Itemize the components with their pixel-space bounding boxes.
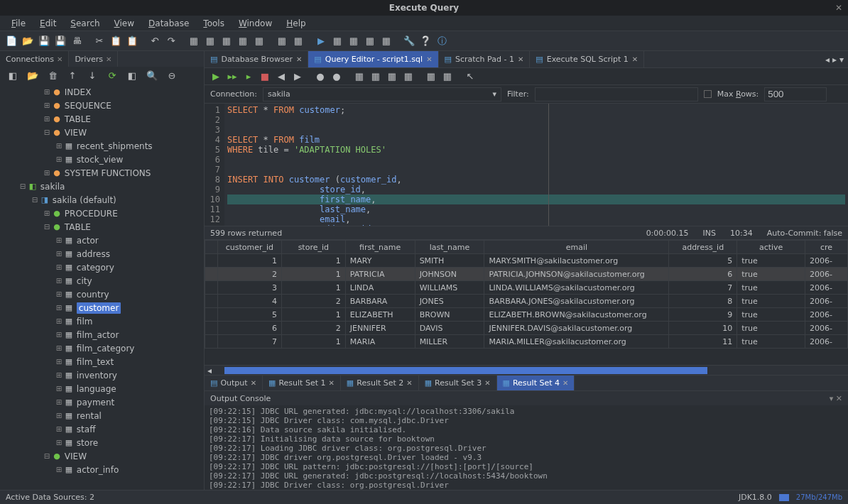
column-header[interactable]: store_id — [281, 241, 345, 254]
expand-icon[interactable]: ⊞ — [54, 142, 64, 150]
options-icon[interactable]: ▦ — [401, 70, 415, 84]
result-tab[interactable]: ▤Output✕ — [205, 376, 263, 390]
column-header[interactable]: first_name — [345, 241, 415, 254]
close-icon[interactable]: ✕ — [518, 55, 523, 63]
save-icon[interactable]: 💾 — [37, 34, 51, 48]
console-output[interactable]: [09:22:15] JDBC URL generated: jdbc:mysq… — [205, 405, 848, 490]
menu-window[interactable]: Window — [232, 17, 279, 30]
menu-edit[interactable]: Edit — [33, 17, 63, 30]
print-icon[interactable]: 🖶 — [70, 34, 84, 48]
expand-icon[interactable]: ⊞ — [54, 250, 64, 258]
next-tab-icon[interactable]: ▸ — [832, 55, 837, 65]
info-icon[interactable]: ⓘ — [435, 34, 449, 48]
tree-node[interactable]: ⊞▦ customer — [0, 301, 204, 314]
close-icon[interactable]: ✕ — [57, 55, 62, 63]
table-row[interactable]: 21PATRICIAJOHNSONPATRICIA.JOHNSON@sakila… — [205, 268, 848, 281]
stop-icon[interactable]: ■ — [258, 70, 272, 84]
result-grid[interactable]: customer_idstore_idfirst_namelast_nameem… — [205, 240, 848, 365]
result-tab[interactable]: ▦Result Set 1✕ — [263, 376, 341, 390]
expand-icon[interactable]: ⊞ — [54, 466, 64, 473]
close-icon[interactable]: ✕ — [406, 379, 412, 387]
tree-node[interactable]: ⊟◨ sakila (default) — [0, 193, 204, 207]
new-connection-icon[interactable]: ◧ — [6, 68, 20, 82]
editor-tab[interactable]: ▤Scratch Pad - 1✕ — [439, 51, 531, 67]
run-icon[interactable]: ▶ — [209, 70, 223, 84]
tree-node[interactable]: ⊟● VIEW — [0, 126, 204, 139]
maxrows-input[interactable] — [764, 87, 827, 102]
connect-icon[interactable]: ◧ — [125, 68, 139, 82]
menu-database[interactable]: Database — [141, 17, 196, 30]
toggle-icon[interactable]: ▦ — [440, 70, 455, 84]
menu-tools[interactable]: Tools — [196, 17, 232, 30]
editor-tab[interactable]: ▤Database Browser✕ — [205, 51, 308, 67]
table-row[interactable]: 31LINDAWILLIAMSLINDA.WILLIAMS@sakilacust… — [205, 281, 848, 295]
up-icon[interactable]: ↑ — [65, 68, 80, 82]
expand-icon[interactable]: ⊞ — [42, 169, 52, 177]
open-icon[interactable]: 📂 — [21, 34, 35, 48]
close-icon[interactable]: ✕ — [836, 394, 842, 403]
tree-node[interactable]: ⊞▦ address — [0, 247, 204, 261]
refresh-icon[interactable]: ⟳ — [105, 68, 119, 82]
tree-node[interactable]: ⊞▦ inventory — [0, 368, 204, 382]
expand-icon[interactable]: ⊟ — [30, 196, 40, 204]
editor-icon[interactable]: ▦ — [187, 34, 201, 48]
tree-node[interactable]: ⊞▦ category — [0, 261, 204, 274]
run-sel-icon[interactable]: ▸ — [241, 70, 256, 84]
expand-icon[interactable]: ⊞ — [54, 425, 64, 433]
maxrows-checkbox[interactable] — [704, 90, 712, 98]
scratch-icon[interactable]: ▦ — [252, 34, 266, 48]
expand-icon[interactable]: ⊞ — [54, 277, 64, 285]
table-row[interactable]: 62JENNIFERDAVISJENNIFER.DAVIS@sakilacust… — [205, 322, 848, 335]
tree-node[interactable]: ⊞● SYSTEM FUNCTIONS — [0, 166, 204, 180]
expand-icon[interactable]: ⊟ — [42, 452, 52, 460]
export-icon[interactable]: ▦ — [347, 34, 361, 48]
search-icon[interactable]: 🔍 — [145, 68, 159, 82]
shortcut-icon[interactable]: ▦ — [385, 70, 399, 84]
disconnect-icon[interactable]: ▦ — [379, 34, 393, 48]
run-block-icon[interactable]: ▸▸ — [225, 70, 239, 84]
tree-node[interactable]: ⊞▦ film_text — [0, 355, 204, 368]
db-user-icon[interactable]: ▦ — [291, 34, 305, 48]
table-row[interactable]: 42BARBARAJONESBARBARA.JONES@sakilacustom… — [205, 295, 848, 308]
table-row[interactable]: 11MARYSMITHMARY.SMITH@sakilacustomer.org… — [205, 254, 848, 268]
editor-tab[interactable]: ▤Query Editor - script1.sql✕ — [308, 51, 438, 67]
new-icon[interactable]: 📄 — [4, 34, 18, 48]
expand-icon[interactable]: ⊞ — [42, 209, 52, 217]
expand-icon[interactable]: ⊞ — [42, 88, 52, 96]
column-header[interactable]: address_id — [669, 241, 737, 254]
copy-icon[interactable]: 📋 — [109, 34, 123, 48]
commit-icon[interactable]: ● — [313, 70, 327, 84]
prefs-icon[interactable]: 🔧 — [402, 34, 416, 48]
compare-icon[interactable]: ▦ — [236, 34, 250, 48]
column-header[interactable]: cre — [805, 241, 848, 254]
sidebar-tab-connections[interactable]: Connections ✕ — [0, 51, 69, 67]
tree-node[interactable]: ⊞▦ rental — [0, 409, 204, 422]
redo-icon[interactable]: ↷ — [164, 34, 178, 48]
help-icon[interactable]: ❔ — [418, 34, 433, 48]
tree-node[interactable]: ⊞▦ recent_shipments — [0, 139, 204, 153]
tree-node[interactable]: ⊞● PROCEDURE — [0, 207, 204, 220]
cursor-icon[interactable]: ↖ — [463, 70, 477, 84]
tree-node[interactable]: ⊞▦ actor — [0, 234, 204, 247]
import-icon[interactable]: ▦ — [330, 34, 344, 48]
bookmark-icon[interactable]: ▦ — [369, 70, 383, 84]
rollback-icon[interactable]: ● — [330, 70, 344, 84]
tree-node[interactable]: ⊞▦ actor_info — [0, 463, 204, 476]
next-icon[interactable]: ▶ — [290, 70, 305, 84]
saveas-icon[interactable]: 💾 — [53, 34, 67, 48]
delete-icon[interactable]: 🗑 — [45, 68, 60, 82]
expand-icon[interactable]: ⊞ — [54, 371, 64, 379]
expand-icon[interactable]: ⊞ — [54, 304, 64, 312]
table-row[interactable]: 71MARIAMILLERMARIA.MILLER@sakilacustomer… — [205, 335, 848, 349]
tree-node[interactable]: ⊞▦ store — [0, 436, 204, 449]
prev-icon[interactable]: ◀ — [274, 70, 288, 84]
cut-icon[interactable]: ✂ — [92, 34, 107, 48]
close-icon[interactable]: ✕ — [251, 379, 256, 387]
expand-icon[interactable]: ⊞ — [54, 155, 64, 163]
close-icon[interactable]: ✕ — [328, 379, 334, 387]
memory-bar[interactable] — [779, 494, 789, 501]
menu-help[interactable]: Help — [279, 17, 312, 30]
tree-node[interactable]: ⊟● VIEW — [0, 449, 204, 463]
tree-node[interactable]: ⊞● TABLE — [0, 112, 204, 126]
connection-select[interactable]: sakila ▾ — [263, 87, 501, 102]
